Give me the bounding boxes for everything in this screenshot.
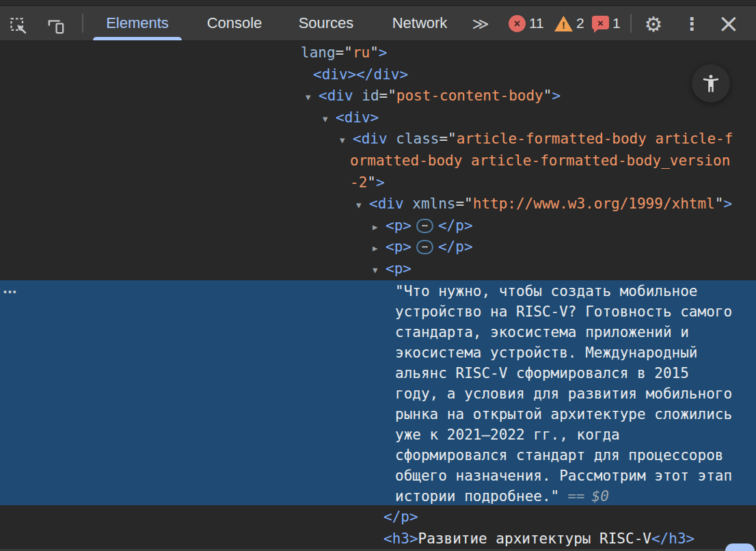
punctuation-token: " — [367, 174, 376, 191]
attribute-name-token: class — [396, 131, 439, 147]
selected-text-line: "Что нужно, чтобы создать мобильное — [0, 281, 756, 301]
dom-tree-line[interactable]: <h3>Развитие архитектуры RISC-V</h3> — [0, 528, 756, 550]
punctuation-token: =" — [379, 88, 396, 104]
selected-text-line: альянс RISC-V сформировался в 2015 — [0, 363, 756, 384]
tag-token: > — [552, 88, 561, 104]
dom-tree: lang="ru"><div></div>▾<div id="post-cont… — [0, 42, 756, 280]
tag-token: </p> — [438, 239, 473, 255]
dom-tree-line[interactable]: -2"> — [0, 172, 756, 194]
scroll-indicator-pill[interactable] — [725, 543, 755, 551]
tag-token: > — [723, 196, 732, 212]
tag-token: <div — [319, 88, 353, 104]
customize-menu-button[interactable]: ⋮ — [682, 13, 701, 35]
tag-token: <div — [369, 196, 404, 212]
selected-text-line: году, а условия для развития мобильного — [0, 384, 756, 404]
inline-expand-button[interactable]: ⋯ — [416, 240, 433, 254]
dom-tree-line[interactable]: ▾<div xmlns="http://www.w3.org/1999/xhtm… — [0, 193, 756, 215]
accessibility-overlay-button[interactable] — [692, 64, 730, 103]
tag-token: <div> — [336, 109, 379, 126]
dom-tree-line[interactable]: <div></div> — [0, 64, 756, 86]
text-token: Развитие архитектуры RISC-V — [418, 530, 651, 547]
punctuation-token: =" — [455, 196, 472, 212]
selected-dom-node[interactable]: ••• "Что нужно, чтобы создать мобильноеу… — [0, 280, 756, 505]
collapse-arrow-icon[interactable]: ▾ — [356, 195, 369, 217]
text-token: году, а условия для развития мобильного — [395, 386, 732, 402]
text-token: общего назначения. Рассмотрим этот этап — [395, 468, 732, 484]
tab-label: Network — [392, 14, 448, 32]
device-toolbar-icon — [46, 17, 66, 36]
tab-label: Console — [207, 14, 262, 32]
attribute-value-token: ormatted-body article-formatted-body_ver… — [350, 152, 730, 169]
tab-network[interactable]: Network — [370, 6, 469, 40]
more-tabs-icon: ≫ — [472, 14, 489, 33]
collapse-arrow-icon[interactable]: ▾ — [373, 260, 386, 282]
dom-tree-line[interactable]: ormatted-body article-formatted-body_ver… — [0, 150, 756, 172]
dom-tree-line[interactable]: ▾<div> — [0, 107, 756, 129]
dom-tree-line[interactable]: ▾<div id="post-content-body"> — [0, 85, 756, 107]
text-token: стандарта, экосистема приложений и — [395, 324, 689, 340]
collapse-arrow-icon[interactable]: ▾ — [340, 130, 353, 152]
tab-sources[interactable]: Sources — [282, 6, 370, 40]
space-token — [353, 88, 362, 104]
active-tab-underline — [93, 37, 182, 40]
equals-marker: == — [567, 488, 584, 505]
selected-text-line: сформировался стандарт для процессоров — [0, 445, 756, 466]
selected-text-line: уже к 2021—2022 гг., когда — [0, 425, 756, 445]
collapse-arrow-icon[interactable]: ▾ — [323, 109, 336, 131]
selected-text-line: экосистема устройств. Международный — [0, 342, 756, 363]
collapse-arrow-icon[interactable]: ▾ — [306, 87, 319, 109]
expand-arrow-icon[interactable]: ▸ — [373, 238, 386, 260]
more-tabs-button[interactable]: ≫ — [469, 14, 492, 33]
tab-elements[interactable]: Elements — [87, 6, 187, 40]
inspect-element-button[interactable] — [8, 16, 29, 36]
punctuation-token: " — [715, 196, 724, 212]
warning-badge-icon[interactable]: ! — [554, 16, 573, 31]
attribute-value-token: ru — [353, 44, 370, 61]
tab-label: Elements — [106, 14, 169, 32]
issue-x-glyph: × — [597, 17, 604, 29]
text-token: устройство на RISC-V? Готовность самого — [395, 304, 732, 320]
inline-expand-button[interactable]: ⋯ — [416, 219, 433, 233]
window-top-strip — [0, 0, 756, 6]
attribute-name-token: id — [362, 88, 379, 104]
three-dot-menu-icon: ⋮ — [683, 14, 701, 34]
space-token — [404, 196, 413, 212]
text-token: "Что нужно, чтобы создать мобильное — [395, 283, 698, 299]
tab-console[interactable]: Console — [187, 6, 282, 40]
error-badge-icon[interactable]: × — [509, 15, 526, 32]
dom-tree-line[interactable]: ▾<p> — [0, 258, 756, 280]
punctuation-token: =" — [439, 131, 456, 147]
settings-button[interactable]: ⚙ — [640, 12, 667, 36]
tag-token: <p> — [386, 217, 411, 234]
close-devtools-button[interactable]: × — [715, 10, 742, 36]
dom-tree-line[interactable]: ▸<p>⋯</p> — [0, 215, 756, 237]
toggle-device-toolbar-button[interactable] — [44, 16, 68, 36]
error-count[interactable]: 11 — [529, 6, 544, 40]
text-token: экосистема устройств. Международный — [395, 345, 698, 361]
dollar-zero-reference: $0 — [592, 488, 609, 505]
text-token: рынка на открытой архитектуре сложились — [395, 406, 732, 422]
selected-node-text: "Что нужно, чтобы создать мобильноеустро… — [0, 281, 756, 507]
issues-badge-icon[interactable]: × — [592, 16, 609, 29]
dom-tree-line[interactable]: ▾<div class="article-formatted-body arti… — [0, 129, 756, 150]
toolbar-divider — [630, 14, 632, 33]
text-token: сформировался стандарт для процессоров — [395, 447, 723, 463]
issue-count[interactable]: 1 — [612, 6, 621, 40]
dom-tree-line[interactable]: lang="ru"> — [0, 42, 756, 64]
expand-arrow-icon[interactable]: ▸ — [373, 217, 386, 239]
tag-token: <div — [353, 131, 388, 147]
attribute-value-token: http://www.w3.org/1999/xhtml — [473, 196, 715, 212]
tag-token: <p> — [386, 260, 411, 277]
tag-token: </h3> — [651, 530, 694, 547]
tag-token: <div></div> — [313, 66, 408, 83]
attribute-name-token: lang — [301, 44, 336, 61]
tag-token: <h3> — [383, 530, 418, 547]
dom-tree-line[interactable]: ▸<p>⋯</p> — [0, 237, 756, 258]
warning-count[interactable]: 2 — [576, 6, 584, 40]
node-more-actions-icon[interactable]: ••• — [3, 286, 18, 297]
tag-token: </p> — [383, 509, 418, 525]
gear-icon: ⚙ — [645, 12, 663, 36]
attribute-name-token: xmlns — [412, 196, 455, 212]
selected-text-line: общего назначения. Рассмотрим этот этап — [0, 466, 756, 486]
dom-tree-line[interactable]: </p> — [0, 507, 756, 528]
